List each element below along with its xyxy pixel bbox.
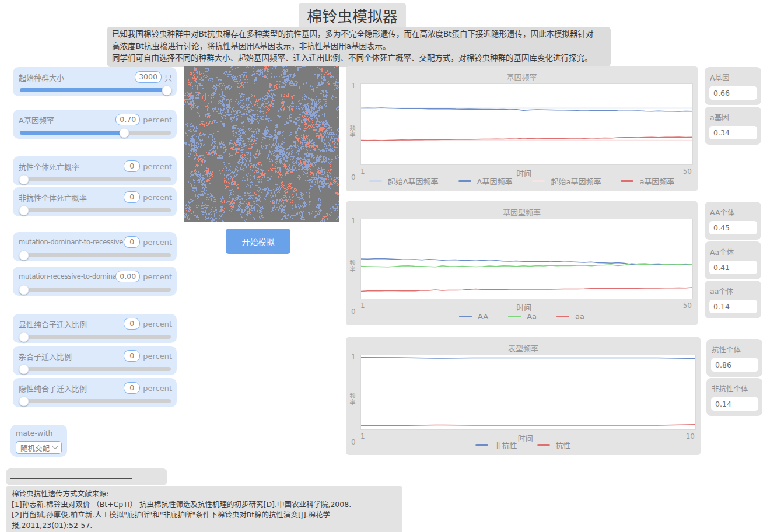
references-note: 棉铃虫抗性遗传方式文献来源: [1]孙志新.棉铃虫对双价 （Bt+CpTI） 抗… [6, 486, 402, 532]
legend-swatch [458, 180, 471, 182]
blank-note [6, 468, 167, 485]
slider-mutation-recessive-to-dominant[interactable]: mutation-recessive-to-dominant 0.00 perc… [13, 267, 177, 296]
plot-area [360, 219, 693, 299]
slider-initial-population[interactable]: 起始种群大小 3000 只 [13, 67, 177, 96]
slider-track[interactable] [20, 208, 171, 212]
legend-swatch [508, 316, 521, 317]
slider-value[interactable]: 3000 [135, 71, 162, 83]
slider-value[interactable]: 0 [124, 236, 140, 248]
slider-track[interactable] [20, 288, 171, 292]
slider-track[interactable] [20, 88, 171, 92]
chart-legend: AA Aa aa [346, 312, 698, 321]
monitor-Aa-individuals: Aa个体 0.41 [705, 242, 761, 279]
slider-track[interactable] [20, 399, 171, 403]
slider-unit: percent [143, 193, 172, 202]
chooser-selected-value: 随机交配 [20, 442, 50, 453]
monitor-label: 抗性个体 [712, 344, 758, 355]
monitor-label: AA个体 [710, 206, 757, 218]
slider-thumb[interactable] [19, 174, 29, 184]
monitor-value: 0.14 [709, 300, 757, 313]
slider-label: 杂合子迁入比例 [19, 351, 124, 362]
gene-frequency-chart: 基因频率 1 0 频率 1 时间 50 起始A基因频率 A基因频率 起始a基因频… [346, 66, 698, 191]
slider-thumb[interactable] [19, 250, 29, 260]
slider-label: A基因频率 [19, 114, 115, 125]
slider-unit: percent [143, 384, 172, 393]
slider-track[interactable] [20, 335, 171, 339]
description-line: 已知我国棉铃虫种群中对Bt抗虫棉存在多种类型的抗性基因，多为不完全隐形遗传，而在… [112, 28, 605, 40]
legend-label: aa [575, 312, 584, 321]
slider-thumb[interactable] [19, 205, 29, 215]
legend-swatch [621, 180, 633, 182]
legend-label: a基因频率 [639, 176, 674, 187]
slider-thumb[interactable] [162, 85, 172, 95]
slider-thumb[interactable] [19, 364, 29, 374]
slider-unit: percent [143, 320, 172, 328]
slider-unit: percent [143, 272, 172, 281]
slider-track[interactable] [20, 253, 171, 257]
legend-swatch [532, 180, 545, 182]
monitor-value: 0.45 [709, 221, 757, 235]
slider-recessive-homozygote-immigration[interactable]: 隐性纯合子迁入比例 0 percent [13, 378, 177, 407]
y-tick: 1 [351, 217, 356, 225]
slider-resistant-death-rate[interactable]: 抗性个体死亡概率 0 percent [13, 156, 177, 186]
slider-value[interactable]: 0 [124, 318, 140, 330]
slider-unit: percent [143, 352, 172, 360]
monitor-label: Aa个体 [710, 246, 757, 257]
plot-area [360, 355, 696, 430]
legend-label: 起始A基因频率 [388, 176, 439, 187]
slider-value[interactable]: 0 [124, 382, 140, 394]
monitor-AA-individuals: AA个体 0.45 [705, 202, 761, 240]
slider-thumb[interactable] [19, 285, 29, 295]
slider-a-gene-frequency[interactable]: A基因频率 0.70 percent [13, 110, 177, 139]
slider-label: 隐性纯合子迁入比例 [19, 383, 124, 394]
slider-nonresistant-death-rate[interactable]: 非抗性个体死亡概率 0 percent [13, 187, 177, 216]
slider-thumb[interactable] [119, 128, 129, 138]
monitor-a-gene: a基因 0.34 [705, 107, 761, 145]
slider-label: 起始种群大小 [19, 72, 135, 83]
slider-thumb[interactable] [19, 396, 29, 406]
legend-label: 非抗性 [494, 439, 517, 450]
slider-value[interactable]: 0 [124, 160, 140, 172]
legend-swatch [537, 444, 550, 446]
slider-track[interactable] [20, 177, 171, 181]
slider-value[interactable]: 0 [124, 191, 140, 203]
mate-with-select[interactable]: 随机交配 [16, 441, 62, 454]
slider-value[interactable]: 0.00 [115, 271, 140, 282]
description-note: 已知我国棉铃虫种群中对Bt抗虫棉存在多种类型的抗性基因，多为不完全隐形遗传，而在… [107, 27, 611, 66]
references-line: [1]孙志新.棉铃虫对双价 （Bt+CpTI） 抗虫棉抗性筛选及抗性机理的初步研… [12, 499, 397, 510]
legend-label: 起始a基因频率 [551, 176, 601, 187]
monitor-label: a基因 [710, 111, 757, 123]
legend-swatch [475, 444, 488, 446]
slider-heterozygote-immigration[interactable]: 杂合子迁入比例 0 percent [13, 346, 177, 375]
start-simulation-button[interactable]: 开始模拟 [226, 229, 290, 254]
monitor-value: 0.34 [709, 126, 757, 139]
slider-track[interactable] [20, 131, 171, 135]
legend-label: A基因频率 [477, 176, 513, 187]
legend-label: Aa [527, 312, 537, 321]
y-axis-label: 频率 [348, 125, 356, 138]
slider-value[interactable]: 0.70 [115, 114, 140, 125]
legend-label: AA [478, 312, 488, 321]
note-line [10, 478, 132, 479]
description-line: 高浓度Bt抗虫棉进行讨论，将抗性基因用A基因表示，非抗性基因用a基因表示。 [112, 40, 605, 52]
slider-unit: percent [143, 238, 172, 247]
monitor-value: 0.86 [711, 358, 758, 372]
references-line: 棉铃虫抗性遗传方式文献来源: [12, 489, 397, 499]
slider-unit: percent [143, 162, 172, 171]
monitor-label: A基因 [710, 72, 757, 83]
monitor-nonresistant-individuals: 非抗性个体 0.14 [706, 378, 762, 416]
chart-title: 基因频率 [346, 66, 698, 82]
monitor-value: 0.14 [711, 397, 758, 411]
slider-dominant-homozygote-immigration[interactable]: 显性纯合子迁入比例 0 percent [13, 314, 177, 343]
slider-mutation-dominant-to-recessive[interactable]: mutation-dominant-to-recessive 0 percent [13, 232, 177, 261]
slider-thumb[interactable] [19, 332, 29, 342]
slider-value[interactable]: 0 [124, 350, 140, 362]
slider-track[interactable] [20, 367, 171, 371]
monitor-label: aa个体 [710, 285, 757, 296]
monitor-A-gene: A基因 0.66 [705, 67, 761, 105]
chart-legend: 非抗性 抗性 [346, 439, 701, 450]
y-tick: 1 [351, 353, 356, 361]
page-title: 棉铃虫模拟器 [299, 4, 406, 30]
monitor-value: 0.41 [709, 261, 757, 274]
monitor-aa-individuals: aa个体 0.14 [705, 281, 761, 318]
